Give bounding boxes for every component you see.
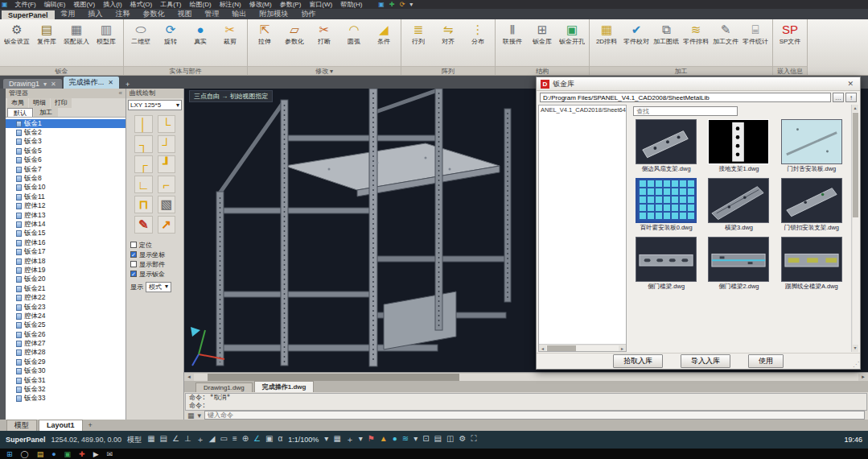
bend-shape-button[interactable]: ✎ — [134, 216, 153, 234]
bend-shape-button[interactable]: ⊓ — [134, 196, 153, 213]
status-icon[interactable]: ▦ — [147, 434, 154, 445]
part-thumbnail[interactable] — [708, 237, 769, 282]
status-icon[interactable]: ≡ — [232, 434, 237, 445]
status-icon[interactable]: ▾ — [359, 434, 363, 445]
ribbon-button[interactable]: ▣钣金开孔 — [557, 21, 586, 58]
taskbar-icon[interactable]: ⊞ — [6, 450, 13, 458]
app-icon[interactable]: ▣ — [2, 1, 8, 8]
ribbon-button[interactable]: ⫴联接件 — [498, 21, 527, 58]
ribbon-tab[interactable]: 常用 — [55, 8, 82, 19]
part-item[interactable]: 百叶窗安装板0.dwg — [633, 178, 699, 232]
status-icon[interactable]: ⚑ — [368, 434, 375, 445]
ribbon-tab[interactable]: SuperPanel — [2, 10, 55, 19]
tree-item[interactable]: 钣金23 — [6, 303, 125, 312]
ribbon-button[interactable]: ⚙钣金设置 — [2, 21, 31, 58]
ribbon-button[interactable]: ✂打断 — [310, 21, 339, 58]
pick-into-library-button[interactable]: 拾取入库 — [613, 354, 663, 368]
tree-item[interactable]: 腔体27 — [6, 339, 125, 348]
tree-tab[interactable]: 明细 — [29, 98, 50, 108]
tree-item[interactable]: 钣金8 — [6, 174, 125, 183]
status-icon[interactable]: ⊥ — [184, 434, 191, 445]
ribbon-button[interactable]: ≋零件排料 — [681, 21, 710, 58]
browse-folder-icon[interactable]: … — [833, 93, 844, 102]
file-tab-finished[interactable]: 完成操作1.dwg — [254, 381, 315, 392]
status-icon[interactable]: ● — [393, 434, 397, 445]
ribbon-tab[interactable]: 注释 — [109, 8, 137, 19]
part-thumbnail[interactable] — [636, 237, 697, 282]
checkbox[interactable] — [130, 271, 137, 277]
tree-item[interactable]: 钣金15 — [6, 229, 125, 238]
bend-shape-button[interactable]: ┐ — [134, 135, 153, 153]
tree-item[interactable]: 腔体28 — [6, 349, 125, 358]
library-folder-list[interactable]: ANEL_V4.1_CAD2018/Sheet64 ◂ ▸ — [538, 105, 627, 352]
tree-filter-tab[interactable]: 加工 — [34, 108, 58, 117]
tree-tab[interactable]: 打印 — [51, 98, 72, 108]
ribbon-tab[interactable]: 协作 — [295, 8, 323, 19]
up-folder-icon[interactable]: ↑ — [845, 93, 857, 102]
ribbon-button[interactable]: ⟳旋转 — [156, 21, 185, 58]
ribbon-button[interactable]: ◢条件 — [369, 21, 398, 58]
ribbon-button[interactable]: ▤复件库 — [32, 21, 61, 58]
scroll-up-icon[interactable]: ▴ — [854, 105, 856, 112]
tree-item[interactable]: 腔体24 — [6, 312, 125, 320]
tree-item[interactable]: 腔体18 — [6, 257, 125, 266]
quick-toolbar-icon[interactable]: ▾ — [409, 1, 413, 8]
status-icon[interactable]: ◫ — [446, 434, 454, 445]
new-tab-button[interactable]: + — [121, 81, 134, 89]
ribbon-button[interactable]: ✂裁剪 — [216, 21, 245, 58]
document-tab-drawing1[interactable]: Drawing1 ▾ ✕ — [3, 79, 62, 89]
taskbar-icon[interactable]: ▤ — [37, 450, 44, 458]
tree-item[interactable]: 钣金17 — [6, 247, 125, 256]
scroll-down-icon[interactable]: ▾ — [854, 345, 856, 352]
tree-item[interactable]: 钣金7 — [6, 165, 125, 174]
menu-item[interactable]: 帮助(H) — [336, 0, 366, 9]
tree-item[interactable]: 钣金1 — [6, 119, 125, 128]
ribbon-button[interactable]: ⇋对齐 — [434, 21, 463, 58]
status-icon[interactable]: α — [278, 434, 283, 445]
status-icon[interactable]: ◢ — [209, 434, 216, 445]
tree-item[interactable]: 钣金29 — [6, 358, 125, 366]
checkbox[interactable] — [130, 261, 137, 267]
profile-preset-select[interactable]: LXY 125*5 ▾ — [128, 100, 182, 110]
status-icon[interactable]: ∠ — [253, 434, 261, 445]
import-into-library-button[interactable]: 导入入库 — [681, 354, 730, 368]
part-thumbnail[interactable] — [781, 237, 842, 282]
ribbon-button[interactable]: SPSP文件 — [775, 21, 804, 58]
display-mode-select[interactable]: 模式 ▾ — [146, 282, 171, 292]
tree-item[interactable]: 腔体19 — [6, 266, 125, 275]
tree-item[interactable]: 钣金6 — [6, 156, 125, 165]
zoom-level[interactable]: 1:1/100% — [288, 436, 319, 444]
taskbar-icon[interactable]: ▶ — [93, 450, 99, 458]
bend-shape-button[interactable]: ∟ — [134, 176, 153, 193]
close-icon[interactable]: ✕ — [845, 80, 856, 88]
status-icon[interactable]: ▦ — [333, 434, 340, 445]
status-icon[interactable]: ⊡ — [422, 434, 429, 445]
tree-item[interactable]: 钣金30 — [6, 367, 125, 376]
status-mode[interactable]: 模型 — [127, 435, 142, 445]
part-thumbnail[interactable] — [781, 119, 842, 164]
part-thumbnail[interactable] — [708, 119, 769, 164]
status-icon[interactable]: ▣ — [265, 434, 273, 445]
ribbon-tab[interactable]: 视图 — [171, 8, 199, 19]
ribbon-button[interactable]: ▦2D排料 — [592, 21, 621, 58]
tree-item[interactable]: 钣金20 — [6, 275, 125, 284]
tree-item[interactable]: 腔体14 — [6, 220, 125, 229]
status-icon[interactable]: ⛶ — [471, 434, 476, 445]
command-grid-icon[interactable]: ▦ — [187, 411, 195, 420]
bend-shape-button[interactable]: ┘ — [158, 135, 176, 153]
status-icon[interactable]: ▾ — [413, 434, 418, 445]
status-icon[interactable]: ▤ — [434, 434, 442, 445]
ribbon-button[interactable]: ⋮分布 — [463, 21, 492, 58]
part-item[interactable]: 门封舌安装板.dwg — [779, 119, 845, 173]
part-thumbnail[interactable] — [781, 178, 842, 223]
bend-shape-button[interactable]: ┌ — [134, 155, 153, 173]
tree-item[interactable]: 钣金26 — [6, 330, 125, 339]
layout1-tab[interactable]: Layout1 — [39, 420, 83, 431]
status-icon[interactable]: ＋ — [346, 434, 354, 445]
ribbon-tab[interactable]: 插入 — [82, 8, 109, 19]
part-item[interactable]: 侧门槛梁.dwg — [633, 237, 699, 291]
document-tab-finished[interactable]: 完成操作... ✕ — [64, 76, 119, 89]
ribbon-tab[interactable]: 参数化 — [137, 8, 171, 19]
command-input[interactable] — [204, 411, 865, 420]
part-thumbnail[interactable] — [708, 178, 769, 223]
